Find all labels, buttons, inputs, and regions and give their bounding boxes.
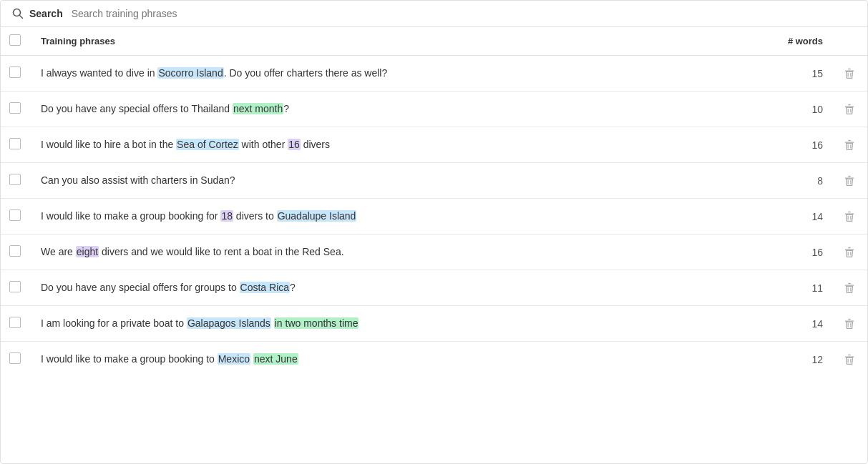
highlight-number: 18 — [220, 210, 233, 222]
table-row: Do you have any special offers to Thaila… — [1, 92, 867, 127]
row-checkbox-cell — [1, 92, 32, 127]
row-checkbox-cell — [1, 199, 32, 235]
row-checkbox-cell — [1, 235, 32, 270]
svg-rect-34 — [845, 356, 854, 357]
delete-button[interactable] — [840, 67, 859, 80]
svg-rect-30 — [845, 320, 854, 321]
row-checkbox[interactable] — [9, 138, 21, 149]
row-checkbox-cell — [1, 306, 32, 342]
highlight-location: Guadalupe Island — [277, 210, 357, 222]
header-action — [832, 27, 867, 56]
row-checkbox-cell — [1, 163, 32, 199]
phrase-cell: I always wanted to dive in Socorro Islan… — [32, 56, 760, 92]
header-checkbox[interactable] — [9, 34, 21, 46]
phrase-cell: I am looking for a private boat to Galap… — [32, 306, 760, 342]
delete-button[interactable] — [840, 210, 859, 223]
table-header-row: Training phrases # words — [1, 27, 867, 56]
row-checkbox[interactable] — [9, 352, 21, 364]
svg-rect-31 — [848, 318, 851, 319]
delete-cell — [832, 163, 867, 199]
svg-rect-7 — [848, 104, 851, 104]
delete-cell — [832, 92, 867, 127]
header-words: # words — [760, 27, 832, 56]
words-count: 16 — [760, 127, 832, 163]
delete-button[interactable] — [840, 317, 859, 330]
words-count: 14 — [760, 306, 832, 342]
phrase-cell: I would like to hire a bot in the Sea of… — [32, 127, 760, 163]
phrase-cell: We are eight divers and we would like to… — [32, 235, 760, 270]
delete-cell — [832, 127, 867, 163]
svg-rect-26 — [845, 285, 854, 285]
delete-cell — [832, 235, 867, 270]
table-row: I would like to hire a bot in the Sea of… — [1, 127, 867, 163]
delete-cell — [832, 342, 867, 377]
svg-rect-10 — [845, 142, 854, 142]
table-row: I always wanted to dive in Socorro Islan… — [1, 56, 867, 92]
row-checkbox-cell — [1, 56, 32, 92]
highlight-time: in two months time — [274, 317, 359, 329]
highlight-time: next month — [233, 103, 283, 114]
search-label: Search — [29, 8, 63, 19]
words-count: 11 — [760, 270, 832, 306]
table-row: Do you have any special offers for group… — [1, 270, 867, 306]
svg-rect-19 — [848, 211, 851, 212]
row-checkbox[interactable] — [9, 209, 21, 221]
table-row: I would like to make a group booking to … — [1, 342, 867, 377]
main-container: Search Training phrases # words I always… — [0, 0, 868, 464]
svg-rect-2 — [845, 70, 854, 71]
search-input[interactable] — [72, 8, 856, 19]
row-checkbox[interactable] — [9, 66, 21, 78]
row-checkbox[interactable] — [9, 102, 21, 114]
row-checkbox[interactable] — [9, 245, 21, 257]
table-body: I always wanted to dive in Socorro Islan… — [1, 56, 867, 377]
row-checkbox[interactable] — [9, 281, 21, 292]
delete-cell — [832, 306, 867, 342]
table-row: We are eight divers and we would like to… — [1, 235, 867, 270]
highlight-location: Mexico — [218, 353, 250, 365]
search-icon — [12, 8, 24, 19]
svg-rect-3 — [848, 68, 851, 69]
highlight-location: Socorro Island — [157, 67, 223, 79]
row-checkbox-cell — [1, 127, 32, 163]
delete-cell — [832, 270, 867, 306]
words-count: 10 — [760, 92, 832, 127]
svg-rect-15 — [848, 175, 851, 176]
highlight-number: eight — [76, 246, 99, 257]
row-checkbox-cell — [1, 342, 32, 377]
highlight-location: Galapagos Islands — [187, 317, 271, 329]
search-bar: Search — [1, 1, 867, 27]
svg-rect-11 — [848, 139, 851, 140]
phrase-cell: Do you have any special offers to Thaila… — [32, 92, 760, 127]
highlight-number: 16 — [288, 139, 301, 150]
svg-rect-22 — [845, 249, 854, 250]
words-count: 8 — [760, 163, 832, 199]
svg-rect-18 — [845, 213, 854, 214]
words-count: 14 — [760, 199, 832, 235]
svg-rect-27 — [848, 282, 851, 283]
svg-rect-35 — [848, 354, 851, 355]
delete-button[interactable] — [840, 282, 859, 295]
table-row: I am looking for a private boat to Galap… — [1, 306, 867, 342]
svg-rect-14 — [845, 177, 854, 178]
words-count: 12 — [760, 342, 832, 377]
phrase-cell: Can you also assist with charters in Sud… — [32, 163, 760, 199]
highlight-time: next June — [253, 353, 298, 365]
header-checkbox-col — [1, 27, 32, 56]
table-row: Can you also assist with charters in Sud… — [1, 163, 867, 199]
row-checkbox[interactable] — [9, 317, 21, 328]
delete-button[interactable] — [840, 103, 859, 116]
highlight-location: Costa Rica — [240, 282, 290, 293]
delete-button[interactable] — [840, 174, 859, 187]
row-checkbox-cell — [1, 270, 32, 306]
svg-rect-6 — [845, 106, 854, 107]
highlight-location: Sea of Cortez — [176, 139, 239, 150]
delete-button[interactable] — [840, 246, 859, 259]
row-checkbox[interactable] — [9, 174, 21, 185]
delete-button[interactable] — [840, 139, 859, 152]
table-row: I would like to make a group booking for… — [1, 199, 867, 235]
phrase-cell: Do you have any special offers for group… — [32, 270, 760, 306]
words-count: 16 — [760, 235, 832, 270]
delete-button[interactable] — [840, 353, 859, 366]
svg-line-1 — [20, 16, 23, 19]
header-phrase: Training phrases — [32, 27, 760, 56]
